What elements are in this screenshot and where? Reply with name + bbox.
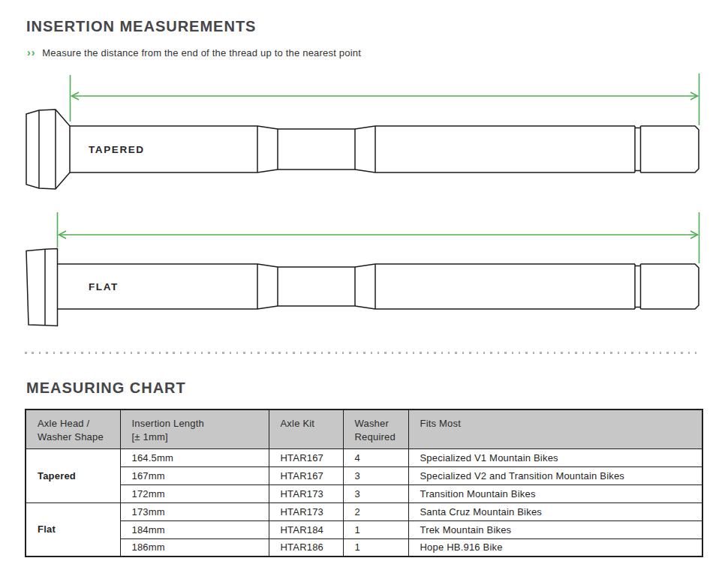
cell-insertion-length: 184mm xyxy=(120,520,269,538)
measurement-arrow xyxy=(71,74,699,125)
col-header-washer-required: Washer Required xyxy=(343,410,408,448)
section-title-insertion-measurements: INSERTION MEASUREMENTS xyxy=(26,18,256,35)
section-title-measuring-chart: MEASURING CHART xyxy=(26,380,186,397)
cell-axle-kit: HTAR173 xyxy=(269,502,343,520)
chevron-right-icon: ›› xyxy=(27,46,35,58)
table-row: 186mm HTAR186 1 Hope HB.916 Bike xyxy=(26,538,702,556)
manual-page: INSERTION MEASUREMENTS ››Measure the dis… xyxy=(0,0,728,582)
table-row: 184mm HTAR184 1 Trek Mountain Bikes xyxy=(26,520,702,538)
cell-fits-most: Specialized V1 Mountain Bikes xyxy=(408,448,702,466)
measuring-chart-table: Axle Head / Washer Shape Insertion Lengt… xyxy=(25,409,703,557)
col-header-axle-kit: Axle Kit xyxy=(269,410,343,448)
cell-fits-most: Hope HB.916 Bike xyxy=(408,538,702,556)
cell-washer-required: 1 xyxy=(343,520,408,538)
instruction-label: Measure the distance from the end of the… xyxy=(42,47,361,58)
cell-fits-most: Santa Cruz Mountain Bikes xyxy=(408,502,702,520)
cell-washer-required: 1 xyxy=(343,538,408,556)
group-label-tapered: Tapered xyxy=(26,448,120,502)
cell-washer-required: 4 xyxy=(343,448,408,466)
cell-insertion-length: 172mm xyxy=(120,484,269,502)
cell-axle-kit: HTAR184 xyxy=(269,520,343,538)
table-row: 172mm HTAR173 3 Transition Mountain Bike… xyxy=(26,484,702,502)
flat-label: FLAT xyxy=(89,281,119,292)
axle-thread-end xyxy=(641,264,699,309)
cell-axle-kit: HTAR173 xyxy=(269,484,343,502)
cell-washer-required: 3 xyxy=(343,466,408,484)
col-header-insertion-length: Insertion Length [± 1mm] xyxy=(120,410,269,448)
dotted-divider xyxy=(25,352,702,354)
axle-thread-end xyxy=(641,126,699,172)
cell-fits-most: Trek Mountain Bikes xyxy=(408,520,702,538)
cell-axle-kit: HTAR167 xyxy=(269,466,343,484)
table-row: 167mm HTAR167 3 Specialized V2 and Trans… xyxy=(26,466,702,484)
tapered-label: TAPERED xyxy=(89,144,145,155)
axle-outline xyxy=(26,249,699,326)
tapered-axle-diagram: TAPERED xyxy=(0,71,728,202)
flat-axle-diagram: FLAT xyxy=(0,208,728,336)
cell-insertion-length: 186mm xyxy=(120,538,269,556)
cell-fits-most: Transition Mountain Bikes xyxy=(408,484,702,502)
measurement-arrow xyxy=(58,212,699,263)
table-row: Flat 173mm HTAR173 2 Santa Cruz Mountain… xyxy=(26,502,702,520)
cell-axle-kit: HTAR186 xyxy=(269,538,343,556)
axle-head-tapered xyxy=(26,110,70,189)
group-label-flat: Flat xyxy=(26,502,120,556)
cell-fits-most: Specialized V2 and Transition Mountain B… xyxy=(408,466,702,484)
cell-washer-required: 2 xyxy=(343,502,408,520)
cell-insertion-length: 167mm xyxy=(120,466,269,484)
col-header-axle-head: Axle Head / Washer Shape xyxy=(26,410,120,448)
cell-insertion-length: 173mm xyxy=(120,502,269,520)
instruction-text: ››Measure the distance from the end of t… xyxy=(27,46,361,58)
axle-head-flat xyxy=(26,249,58,326)
col-header-fits-most: Fits Most xyxy=(408,410,702,448)
cell-insertion-length: 164.5mm xyxy=(120,448,269,466)
cell-washer-required: 3 xyxy=(343,484,408,502)
table-header-row: Axle Head / Washer Shape Insertion Lengt… xyxy=(26,410,702,448)
cell-axle-kit: HTAR167 xyxy=(269,448,343,466)
table-row: Tapered 164.5mm HTAR167 4 Specialized V1… xyxy=(26,448,702,466)
